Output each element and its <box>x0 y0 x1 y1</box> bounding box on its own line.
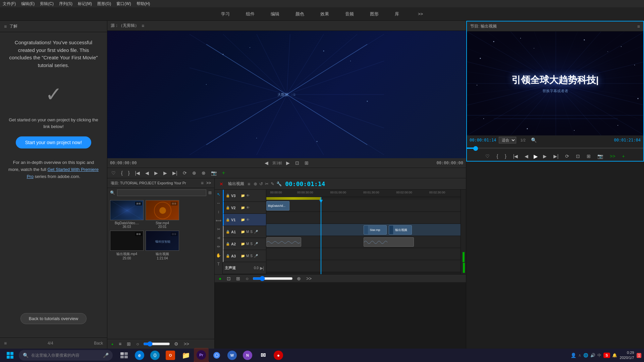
track-mic-icon-a3[interactable]: 🎤 <box>254 254 258 258</box>
project-freeform-view[interactable]: ○ <box>135 341 140 347</box>
clip-audio-a1[interactable] <box>266 237 301 247</box>
source-mark-out[interactable]: { <box>120 170 124 176</box>
program-step-back[interactable]: ◀ <box>523 153 530 160</box>
start-project-button[interactable]: Start your own project now! <box>16 136 92 148</box>
track-folder-icon-a3[interactable]: 📁 <box>241 254 245 258</box>
track-mic-icon-a1[interactable]: 🎤 <box>254 230 258 234</box>
nav-more[interactable]: >> <box>415 10 426 18</box>
timeline-playhead[interactable] <box>321 200 321 274</box>
taskbar-app-mail[interactable]: ✉ <box>256 348 270 362</box>
nav-audio[interactable]: 音频 <box>342 10 357 18</box>
track-folder-icon-v1[interactable]: 📁 <box>241 218 245 222</box>
project-list-view[interactable]: ≡ <box>117 341 123 347</box>
nav-library[interactable]: 库 <box>392 10 402 18</box>
menu-window[interactable]: 窗口(W) <box>116 1 131 7</box>
track-lock-icon-v3[interactable]: 🔒 <box>226 194 230 197</box>
taskbar-app-premiere[interactable]: Pr <box>194 348 209 362</box>
program-monitor-menu-icon[interactable]: ≡ <box>637 24 640 29</box>
timeline-clip-snapping[interactable]: ⊡ <box>225 275 232 282</box>
track-folder-icon-v3[interactable]: 📁 <box>241 194 245 197</box>
source-step-forward[interactable]: ▶ <box>162 170 168 176</box>
track-m-a3[interactable]: M <box>246 254 249 258</box>
timeline-tool-pen[interactable]: ✎ <box>271 181 274 186</box>
project-item-output2[interactable]: ⊞⊞ 曝科技智能 输出视频 1:21:04 <box>146 231 179 260</box>
sys-tray-network-icon[interactable]: 🌐 <box>583 353 588 358</box>
tool-rate-stretch[interactable]: ⟺ <box>215 217 222 224</box>
project-more[interactable]: >> <box>182 341 191 347</box>
nav-color[interactable]: 颜色 <box>293 10 307 18</box>
source-insert[interactable]: ⊕ <box>191 170 198 176</box>
track-folder-icon-v2[interactable]: 📁 <box>241 206 245 209</box>
clip-output-v1[interactable]: 输出视频 <box>389 225 412 235</box>
track-lock-icon-a1[interactable]: 🔒 <box>226 230 230 234</box>
project-zoom-slider[interactable] <box>143 341 170 347</box>
timeline-tool-ripple[interactable]: ↺ <box>259 181 263 186</box>
source-fit-button[interactable]: ⊡ <box>294 160 301 166</box>
program-mark-in[interactable]: ♡ <box>484 153 491 160</box>
menu-sequence[interactable]: 序列(S) <box>59 1 72 7</box>
project-icon-view[interactable]: ⊞ <box>125 341 132 347</box>
track-s-a3[interactable]: S <box>250 254 253 258</box>
track-s-a1[interactable]: S <box>250 230 253 234</box>
program-zoom-icon[interactable]: 🔍 <box>530 137 538 143</box>
back-to-tutorials-button[interactable]: Back to tutorials overview <box>20 313 87 324</box>
source-mark-in[interactable]: ♡ <box>110 170 117 176</box>
source-monitor-menu-icon[interactable]: ≡ <box>142 23 144 28</box>
project-item-output1[interactable]: ⊞⊞ 输出视频.mp4 25:00 <box>110 231 144 260</box>
taskbar-app-taskview[interactable] <box>117 348 131 362</box>
source-next-button[interactable]: ▶ <box>285 160 291 166</box>
track-lock-icon-v2[interactable]: 🔒 <box>226 206 230 209</box>
menu-graphics[interactable]: 图形(G) <box>97 1 111 7</box>
source-go-in[interactable]: |◀ <box>133 170 141 176</box>
clip-bigdata-v3[interactable]: BigDataVid... <box>266 201 289 210</box>
nav-edit[interactable]: 编辑 <box>268 10 282 18</box>
timeline-tool-select[interactable]: ⊕ <box>254 181 257 186</box>
nav-effects[interactable]: 效果 <box>318 10 332 18</box>
track-lock-icon-a2[interactable]: 🔒 <box>226 242 230 246</box>
track-eye-icon-v2[interactable]: 👁 <box>246 206 250 209</box>
program-safe-margin[interactable]: ⊡ <box>575 153 581 160</box>
menu-edit[interactable]: 编辑(E) <box>21 1 35 7</box>
source-go-out[interactable]: ▶| <box>171 170 179 176</box>
taskbar-app-unknown[interactable]: ● <box>271 348 286 362</box>
track-m-a2[interactable]: M <box>246 242 249 246</box>
source-play[interactable]: ▶ <box>153 170 159 176</box>
project-item-bigdata[interactable]: ⊞⊞ BigDataVideo.... 36:03 <box>110 200 144 229</box>
timeline-scroll[interactable] <box>461 190 466 274</box>
timeline-tool-wrench[interactable]: 🔧 <box>276 181 282 186</box>
tool-pen[interactable]: ✏ <box>215 243 222 250</box>
taskbar-app-edge[interactable]: e <box>132 348 147 362</box>
program-step-forward[interactable]: ▶ <box>542 153 548 160</box>
clip-star-v1[interactable]: Star.mp <box>364 225 387 235</box>
sys-tray-arrow-icon[interactable]: ∧ <box>578 353 581 358</box>
track-s-a2[interactable]: S <box>250 242 253 246</box>
timeline-link-selection[interactable]: ⊞ <box>235 275 241 282</box>
project-panel-menu-icon[interactable]: ≡ <box>201 180 204 186</box>
nav-graphics[interactable]: 图形 <box>367 10 381 18</box>
timeline-progress-bar[interactable] <box>266 197 461 200</box>
timeline-zoom-out[interactable]: ○ <box>244 275 250 282</box>
tool-razor[interactable]: ✂ <box>215 226 222 233</box>
project-search-input[interactable] <box>117 189 206 196</box>
menu-file[interactable]: 文件(F) <box>3 1 16 7</box>
taskbar-app-chrome[interactable] <box>209 348 224 362</box>
tool-ripple[interactable]: ↕ <box>215 208 222 215</box>
program-play-button[interactable]: ▶ <box>534 153 538 160</box>
source-playback-controls[interactable]: ◀ 第1帧 ▶ ⊡ ⊞ <box>263 160 310 166</box>
menu-help[interactable]: 帮助(H) <box>137 1 150 7</box>
taskbar-app-explorer[interactable]: 📁 <box>178 348 193 362</box>
program-go-out[interactable]: ▶| <box>552 153 560 160</box>
track-end-master[interactable]: ▶| <box>260 266 264 270</box>
timeline-settings[interactable]: >> <box>305 275 313 282</box>
track-lock-icon-a3[interactable]: 🔒 <box>226 254 230 258</box>
sys-tray-person-icon[interactable]: 👤 <box>571 353 576 358</box>
source-safe-button[interactable]: ⊞ <box>303 160 310 166</box>
timeline-zoom-in[interactable]: ⊕ <box>296 275 302 282</box>
timeline-tool-razor[interactable]: ✂ <box>265 181 269 186</box>
timeline-zoom-slider[interactable] <box>253 276 293 281</box>
program-loop[interactable]: ⟳ <box>564 153 571 160</box>
program-camera[interactable]: 📷 <box>596 153 604 160</box>
clip-audio-a1-b[interactable] <box>364 237 414 247</box>
program-add[interactable]: + <box>621 153 626 160</box>
program-progress-handle[interactable] <box>473 146 478 151</box>
